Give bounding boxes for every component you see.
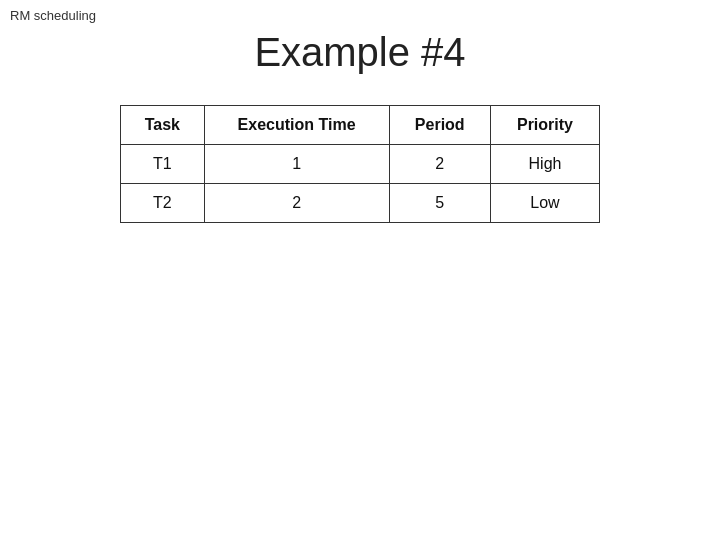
cell-task-1: T2 [121, 184, 205, 223]
table-row: T112High [121, 145, 600, 184]
table-container: Task Execution Time Period Priority T112… [120, 105, 600, 223]
cell-execution_time-1: 2 [204, 184, 389, 223]
col-header-task: Task [121, 106, 205, 145]
cell-task-0: T1 [121, 145, 205, 184]
col-header-execution-time: Execution Time [204, 106, 389, 145]
cell-priority-1: Low [490, 184, 599, 223]
col-header-period: Period [389, 106, 490, 145]
table-header-row: Task Execution Time Period Priority [121, 106, 600, 145]
cell-execution_time-0: 1 [204, 145, 389, 184]
table-row: T225Low [121, 184, 600, 223]
scheduling-table: Task Execution Time Period Priority T112… [120, 105, 600, 223]
cell-priority-0: High [490, 145, 599, 184]
cell-period-1: 5 [389, 184, 490, 223]
col-header-priority: Priority [490, 106, 599, 145]
main-content: Example #4 Task Execution Time Period Pr… [0, 0, 720, 223]
cell-period-0: 2 [389, 145, 490, 184]
page-label: RM scheduling [10, 8, 96, 23]
page-title: Example #4 [254, 30, 465, 75]
